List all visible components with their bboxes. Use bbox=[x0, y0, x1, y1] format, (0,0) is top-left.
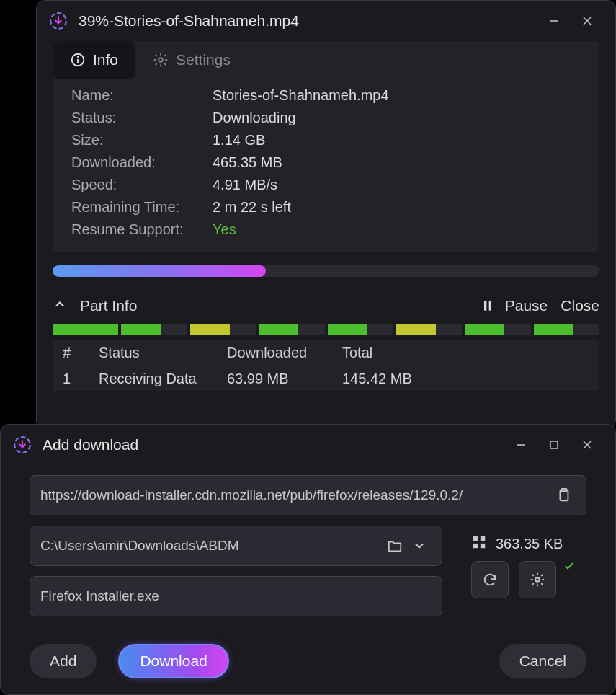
titlebar: 39%-Stories-of-Shahnameh.mp4 bbox=[37, 1, 615, 41]
segment-bar bbox=[53, 324, 599, 335]
col-status: Status bbox=[99, 345, 227, 361]
part-info-toggle[interactable]: Part Info bbox=[80, 297, 137, 314]
size-value: 1.14 GB bbox=[213, 132, 265, 149]
resume-label: Resume Support: bbox=[71, 221, 213, 238]
window-title: Add download bbox=[43, 436, 138, 453]
resume-value: Yes bbox=[213, 221, 236, 238]
downloaded-value: 465.35 MB bbox=[213, 154, 282, 171]
cancel-label: Cancel bbox=[519, 652, 566, 670]
chevron-down-icon[interactable] bbox=[407, 539, 432, 553]
progress-bar bbox=[53, 265, 599, 277]
folder-icon[interactable] bbox=[383, 538, 407, 554]
close-button[interactable] bbox=[571, 430, 604, 459]
add-download-window: Add download https://download-installer.… bbox=[0, 424, 616, 695]
minimize-button[interactable] bbox=[504, 430, 537, 459]
tab-info[interactable]: Info bbox=[53, 41, 135, 79]
app-icon bbox=[12, 435, 32, 455]
add-label: Add bbox=[50, 652, 76, 670]
svg-rect-18 bbox=[481, 536, 485, 541]
svg-point-6 bbox=[77, 56, 79, 58]
titlebar: Add download bbox=[1, 425, 615, 465]
svg-point-21 bbox=[535, 577, 540, 582]
cell-total: 145.42 MB bbox=[342, 371, 589, 387]
category-icon bbox=[471, 534, 487, 554]
tab-settings[interactable]: Settings bbox=[135, 41, 248, 79]
filename-value: Firefox Installer.exe bbox=[40, 588, 432, 604]
col-total: Total bbox=[342, 345, 589, 361]
download-button[interactable]: Download bbox=[118, 644, 228, 678]
table-row[interactable]: 1 Receiving Data 63.99 MB 145.42 MB bbox=[53, 366, 599, 391]
col-num: # bbox=[63, 345, 99, 361]
cell-num: 1 bbox=[63, 371, 99, 387]
minimize-button[interactable] bbox=[537, 6, 571, 35]
path-value: C:\Users\amir\Downloads\ABDM bbox=[40, 538, 383, 554]
svg-rect-8 bbox=[484, 301, 486, 310]
close-download-button[interactable]: Close bbox=[561, 297, 599, 314]
speed-label: Speed: bbox=[71, 177, 213, 193]
svg-rect-19 bbox=[473, 544, 478, 548]
svg-rect-17 bbox=[473, 536, 478, 541]
svg-point-7 bbox=[159, 58, 163, 62]
path-input[interactable]: C:\Users\amir\Downloads\ABDM bbox=[30, 526, 442, 566]
tab-info-label: Info bbox=[93, 51, 118, 68]
tabs: Info Settings bbox=[53, 41, 599, 79]
download-label: Download bbox=[140, 652, 207, 670]
speed-value: 4.91 MB/s bbox=[213, 177, 277, 193]
tab-settings-label: Settings bbox=[176, 51, 231, 68]
remaining-label: Remaining Time: bbox=[71, 199, 213, 216]
svg-rect-9 bbox=[488, 301, 491, 310]
status-value: Downloading bbox=[213, 110, 296, 126]
cell-downloaded: 63.99 MB bbox=[227, 371, 342, 387]
downloaded-label: Downloaded: bbox=[71, 154, 213, 171]
window-title: 39%-Stories-of-Shahnameh.mp4 bbox=[79, 12, 299, 30]
download-progress-window: 39%-Stories-of-Shahnameh.mp4 Info Settin… bbox=[36, 0, 616, 429]
cancel-button[interactable]: Cancel bbox=[499, 644, 586, 678]
status-label: Status: bbox=[71, 110, 213, 126]
progress-fill bbox=[53, 265, 266, 277]
pause-button[interactable]: Pause bbox=[481, 297, 548, 314]
app-icon bbox=[48, 11, 68, 31]
pause-label: Pause bbox=[505, 297, 548, 314]
url-input[interactable]: https://download-installer.cdn.mozilla.n… bbox=[30, 475, 586, 515]
clipboard-icon[interactable] bbox=[551, 487, 576, 503]
refresh-button[interactable] bbox=[471, 561, 509, 598]
svg-rect-20 bbox=[481, 544, 485, 548]
parts-table: # Status Downloaded Total 1 Receiving Da… bbox=[53, 340, 599, 391]
file-size: 363.35 KB bbox=[496, 536, 563, 552]
chevron-up-icon[interactable] bbox=[53, 297, 67, 314]
info-panel: Name:Stories-of-Shahnameh.mp4 Status:Dow… bbox=[53, 77, 599, 252]
name-label: Name: bbox=[71, 87, 213, 104]
remaining-value: 2 m 22 s left bbox=[213, 199, 291, 216]
maximize-button[interactable] bbox=[537, 430, 571, 459]
cell-status: Receiving Data bbox=[99, 371, 227, 387]
close-button[interactable] bbox=[571, 6, 604, 35]
svg-rect-12 bbox=[550, 441, 558, 448]
settings-button[interactable] bbox=[519, 561, 556, 598]
close-label: Close bbox=[561, 297, 599, 314]
col-downloaded: Downloaded bbox=[227, 345, 342, 361]
filename-input[interactable]: Firefox Installer.exe bbox=[30, 576, 442, 616]
add-button[interactable]: Add bbox=[30, 644, 97, 678]
check-icon bbox=[563, 560, 575, 574]
url-value: https://download-installer.cdn.mozilla.n… bbox=[40, 487, 551, 503]
name-value: Stories-of-Shahnameh.mp4 bbox=[213, 87, 389, 104]
size-label: Size: bbox=[71, 132, 213, 149]
